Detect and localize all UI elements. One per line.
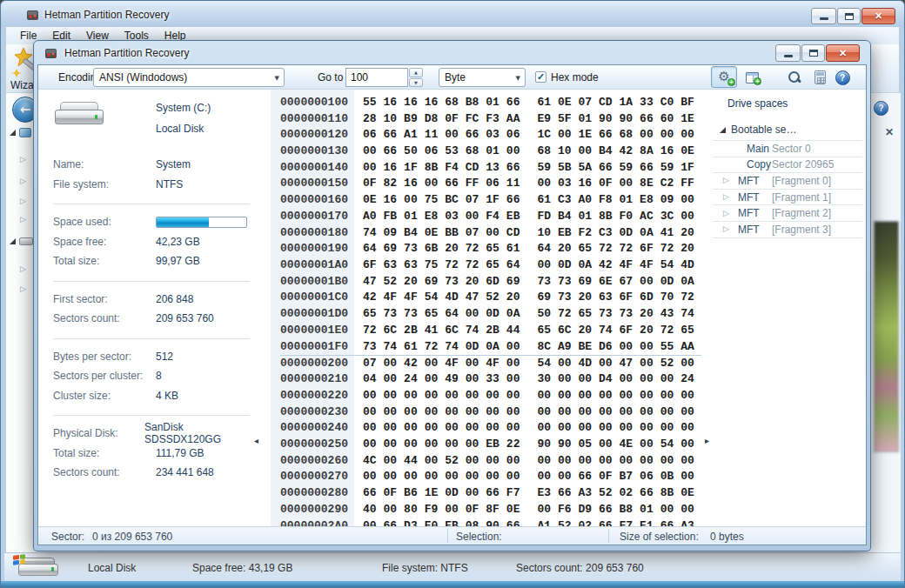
hex-byte[interactable]: 00 <box>466 372 486 385</box>
hex-byte[interactable]: 00 <box>486 454 506 467</box>
hex-byte[interactable]: 69 <box>537 291 558 304</box>
hex-byte[interactable]: F6 <box>558 503 579 516</box>
collapsed-icon[interactable]: ▷ <box>723 225 729 233</box>
hex-byte[interactable]: CD <box>506 226 527 239</box>
panel-close-icon[interactable]: ✕ <box>885 126 894 138</box>
hex-byte[interactable]: 16 <box>425 96 446 109</box>
hex-byte[interactable]: B4 <box>599 144 620 157</box>
hex-byte[interactable]: 00 <box>363 405 384 418</box>
hex-byte[interactable]: 47 <box>363 275 384 288</box>
hex-byte[interactable]: 65 <box>578 307 599 320</box>
hex-byte[interactable]: 00 <box>640 340 660 353</box>
hex-byte[interactable]: 69 <box>384 242 405 255</box>
hex-byte[interactable]: A1 <box>537 519 558 526</box>
hex-byte[interactable]: 00 <box>384 503 405 516</box>
hex-byte[interactable]: 41 <box>425 324 446 337</box>
hex-row[interactable]: 0000000200070042004F004F0054004D00470052… <box>280 355 701 371</box>
hex-byte[interactable]: 00 <box>466 405 486 418</box>
hex-byte[interactable]: FF <box>680 177 701 190</box>
hex-byte[interactable]: 68 <box>537 144 558 157</box>
hex-byte[interactable]: 66 <box>599 161 620 174</box>
hex-byte[interactable]: 66 <box>640 112 660 125</box>
hex-byte[interactable]: 90 <box>599 112 620 125</box>
hex-byte[interactable]: 68 <box>466 144 486 157</box>
hex-byte[interactable]: 00 <box>445 503 466 516</box>
dialog-title-bar[interactable]: Hetman Partition Recovery ✕ <box>37 41 867 64</box>
hex-byte[interactable]: 50 <box>404 144 425 157</box>
hex-byte[interactable]: 72 <box>558 307 579 320</box>
hex-byte[interactable]: 00 <box>680 503 701 516</box>
hex-byte[interactable]: 72 <box>660 324 681 337</box>
hex-byte[interactable]: CD <box>599 96 620 109</box>
hex-byte[interactable]: 01 <box>620 193 640 206</box>
hex-byte[interactable]: 20 <box>506 291 527 304</box>
hex-byte[interactable]: 00 <box>506 144 527 157</box>
hex-byte[interactable]: D4 <box>599 372 620 385</box>
hex-byte[interactable]: 00 <box>445 470 466 483</box>
hex-byte[interactable]: 00 <box>537 405 558 418</box>
hex-byte[interactable]: 66 <box>599 503 620 516</box>
hex-byte[interactable]: 8F <box>486 503 506 516</box>
hex-byte[interactable]: 20 <box>558 242 579 255</box>
hex-byte[interactable]: 68 <box>445 96 466 109</box>
hex-byte[interactable]: 66 <box>466 128 486 141</box>
hex-byte[interactable]: 40 <box>363 503 384 516</box>
hex-byte[interactable]: 0F <box>599 177 620 190</box>
hex-byte[interactable]: 74 <box>363 226 384 239</box>
spinner-down-icon[interactable]: ▼ <box>409 78 423 88</box>
hex-byte[interactable]: 00 <box>404 421 425 434</box>
hex-byte[interactable]: 65 <box>578 242 599 255</box>
hex-byte[interactable]: 06 <box>640 470 660 483</box>
hex-byte[interactable]: 00 <box>363 144 384 157</box>
hex-byte[interactable]: 52 <box>558 519 579 526</box>
hex-byte[interactable]: 20 <box>680 242 701 255</box>
hex-byte[interactable]: 64 <box>537 242 558 255</box>
hex-byte[interactable]: 00 <box>404 438 425 451</box>
hex-byte[interactable]: 69 <box>506 275 527 288</box>
hex-byte[interactable]: 00 <box>384 389 405 402</box>
hex-byte[interactable]: 00 <box>506 470 527 483</box>
calculator-button[interactable] <box>811 70 828 85</box>
hex-byte[interactable]: 05 <box>578 438 599 451</box>
hex-byte[interactable]: 75 <box>425 258 446 271</box>
hex-row[interactable]: 0000000220000000000000000000000000000000… <box>280 387 701 404</box>
hex-byte[interactable]: 6B <box>425 242 446 255</box>
hex-byte[interactable]: FB <box>384 210 405 223</box>
hex-byte[interactable]: E0 <box>425 519 446 526</box>
hex-byte[interactable]: 01 <box>486 96 506 109</box>
hex-byte[interactable]: 4E <box>620 438 640 451</box>
hex-byte[interactable]: 80 <box>404 503 425 516</box>
hex-byte[interactable]: 52 <box>384 275 405 288</box>
hex-byte[interactable]: 00 <box>558 454 579 467</box>
hex-byte[interactable]: 00 <box>660 503 681 516</box>
hex-byte[interactable]: 4F <box>640 258 660 271</box>
hex-byte[interactable]: 03 <box>486 128 506 141</box>
hex-byte[interactable]: 00 <box>640 275 660 288</box>
hex-byte[interactable]: 54 <box>425 291 446 304</box>
hex-byte[interactable]: 00 <box>466 486 486 499</box>
hex-byte[interactable]: 1E <box>425 486 446 499</box>
hex-byte[interactable]: 00 <box>425 454 446 467</box>
hex-byte[interactable]: 0A <box>680 275 701 288</box>
search-button[interactable] <box>785 70 804 85</box>
hex-byte[interactable]: 66 <box>660 519 681 526</box>
hex-byte[interactable]: 0F <box>363 177 384 190</box>
hex-byte[interactable]: 00 <box>680 128 701 141</box>
collapsed-icon[interactable]: ▷ <box>20 156 26 164</box>
tree-node[interactable]: ▷ <box>20 156 26 164</box>
hex-byte[interactable]: 72 <box>363 324 384 337</box>
hex-byte[interactable]: 06 <box>363 128 384 141</box>
hex-byte[interactable]: BE <box>578 340 599 353</box>
hex-byte[interactable]: 63 <box>599 291 620 304</box>
hex-byte[interactable]: 66 <box>384 128 405 141</box>
drive-tree-root[interactable]: Bootable se… <box>720 124 796 136</box>
hex-byte[interactable]: 8E <box>640 177 660 190</box>
hex-byte[interactable]: 00 <box>599 389 620 402</box>
hex-byte[interactable]: 16 <box>404 177 425 190</box>
hex-row[interactable]: 0000000170A0FB01E80300F4EBFDB4018BF0AC3C… <box>280 208 701 224</box>
hex-byte[interactable]: D8 <box>425 112 446 125</box>
hex-byte[interactable]: 72 <box>466 242 486 255</box>
hex-byte[interactable]: 0F <box>384 486 405 499</box>
hex-byte[interactable]: B8 <box>620 503 640 516</box>
hex-byte[interactable]: 00 <box>425 405 446 418</box>
